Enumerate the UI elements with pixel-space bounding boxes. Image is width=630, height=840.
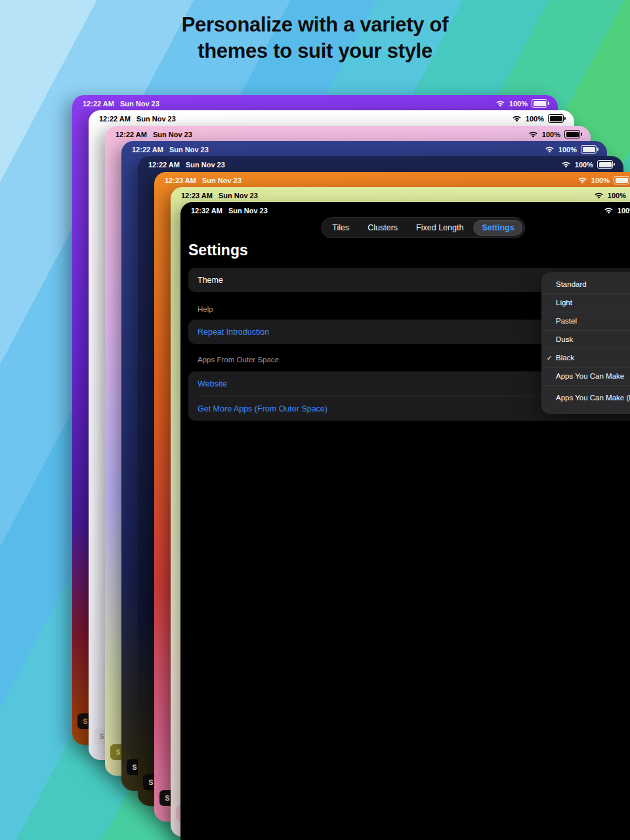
app-store-screenshot: Personalize with a variety of themes to …: [0, 0, 630, 840]
view-mode-segmented-control: Tiles Clusters Fixed Length Settings: [321, 217, 525, 238]
heading-line-1: Personalize with a variety of: [0, 12, 630, 38]
status-bar: 12:22 AM Sun Nov 23 100%: [89, 110, 574, 123]
battery-percent: 100%: [575, 161, 593, 169]
menu-item-black[interactable]: ✓ Black: [541, 348, 630, 367]
menu-item-light[interactable]: Light: [541, 293, 630, 312]
status-date: Sun Nov 23: [186, 161, 225, 169]
status-bar: 12:22 AM Sun Nov 23 100%: [138, 156, 623, 169]
status-date: Sun Nov 23: [153, 131, 192, 138]
status-bar: 12:23 AM Sun Nov 23 100%: [171, 187, 630, 200]
menu-item-standard[interactable]: Standard: [541, 276, 630, 293]
wifi-icon: [578, 177, 587, 184]
wifi-icon: [512, 115, 522, 122]
device-screen-black: 12:32 AM Sun Nov 23 100% Tiles Clusters …: [180, 202, 630, 840]
status-date: Sun Nov 23: [202, 177, 242, 184]
status-date: Sun Nov 23: [136, 115, 176, 123]
status-bar: 12:32 AM Sun Nov 23 100%: [180, 202, 630, 215]
tab-tiles[interactable]: Tiles: [324, 220, 358, 236]
status-date: Sun Nov 23: [169, 146, 209, 154]
wifi-icon: [495, 100, 505, 107]
status-time: 12:32 AM: [191, 207, 222, 215]
battery-icon: [532, 99, 547, 108]
wifi-icon: [604, 207, 614, 214]
battery-percent: 100%: [542, 131, 560, 138]
status-time: 12:22 AM: [83, 100, 114, 108]
battery-percent: 100%: [558, 146, 577, 154]
tab-settings[interactable]: Settings: [473, 220, 522, 236]
status-time: 12:23 AM: [181, 192, 213, 200]
status-time: 12:22 AM: [148, 161, 180, 169]
menu-item-apps-you-can-make-light[interactable]: Apps You Can Make (Light): [541, 385, 630, 411]
status-date: Sun Nov 23: [219, 192, 258, 200]
battery-percent: 100%: [509, 100, 528, 108]
status-date: Sun Nov 23: [120, 100, 159, 108]
status-date: Sun Nov 23: [228, 207, 268, 215]
battery-icon: [564, 130, 580, 138]
theme-dropdown-menu: Standard Light Pastel Dusk ✓ Black Apps …: [541, 272, 630, 414]
battery-icon: [548, 114, 564, 123]
battery-icon: [581, 145, 597, 154]
battery-percent: 100%: [608, 192, 626, 200]
get-more-apps-label: Get More Apps (From Outer Space): [198, 404, 327, 413]
tab-clusters[interactable]: Clusters: [359, 220, 406, 236]
checkmark-icon: ✓: [547, 354, 556, 362]
battery-percent: 100%: [618, 207, 630, 215]
battery-percent: 100%: [591, 177, 610, 184]
menu-item-apps-you-can-make[interactable]: Apps You Can Make: [541, 367, 630, 385]
status-time: 12:23 AM: [165, 177, 196, 184]
battery-percent: 100%: [526, 115, 544, 123]
page-heading: Personalize with a variety of themes to …: [0, 12, 630, 64]
status-bar: 12:22 AM Sun Nov 23 100%: [105, 126, 591, 138]
repeat-introduction-label: Repeat Introduction: [198, 327, 269, 337]
wifi-icon: [545, 146, 555, 153]
theme-row-label: Theme: [198, 276, 223, 285]
status-bar: 12:23 AM Sun Nov 23 100%: [154, 172, 630, 184]
status-bar: 12:22 AM Sun Nov 23 100%: [121, 141, 607, 154]
tab-fixed-length[interactable]: Fixed Length: [408, 220, 472, 236]
section-header-apps: Apps From Outer Space: [198, 356, 279, 364]
menu-item-pastel[interactable]: Pastel: [541, 312, 630, 330]
wifi-icon: [528, 131, 538, 138]
wifi-icon: [561, 161, 571, 168]
status-time: 12:22 AM: [132, 146, 163, 154]
battery-icon: [614, 176, 629, 184]
wifi-icon: [594, 192, 604, 199]
battery-icon: [597, 160, 613, 169]
page-title: Settings: [188, 242, 248, 259]
status-time: 12:22 AM: [116, 131, 147, 138]
heading-line-2: themes to suit your style: [0, 38, 630, 64]
status-bar: 12:22 AM Sun Nov 23 100%: [72, 95, 558, 108]
menu-item-dusk[interactable]: Dusk: [541, 330, 630, 348]
section-header-help: Help: [198, 305, 213, 313]
status-time: 12:22 AM: [99, 115, 131, 123]
website-label: Website: [198, 379, 227, 388]
